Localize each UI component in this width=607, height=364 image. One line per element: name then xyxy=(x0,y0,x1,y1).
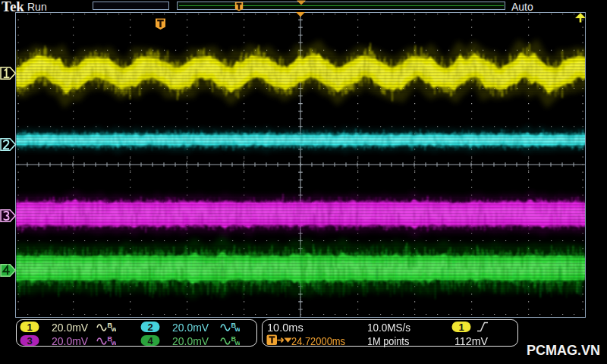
svg-text:W: W xyxy=(112,326,117,333)
svg-text:W: W xyxy=(235,340,241,347)
svg-text:1: 1 xyxy=(458,322,464,333)
svg-text:2: 2 xyxy=(147,322,153,333)
svg-text:W: W xyxy=(112,340,117,347)
svg-text:3: 3 xyxy=(27,335,32,347)
svg-text:1: 1 xyxy=(27,322,32,333)
svg-text:4: 4 xyxy=(147,335,153,347)
svg-text:W: W xyxy=(235,326,241,333)
